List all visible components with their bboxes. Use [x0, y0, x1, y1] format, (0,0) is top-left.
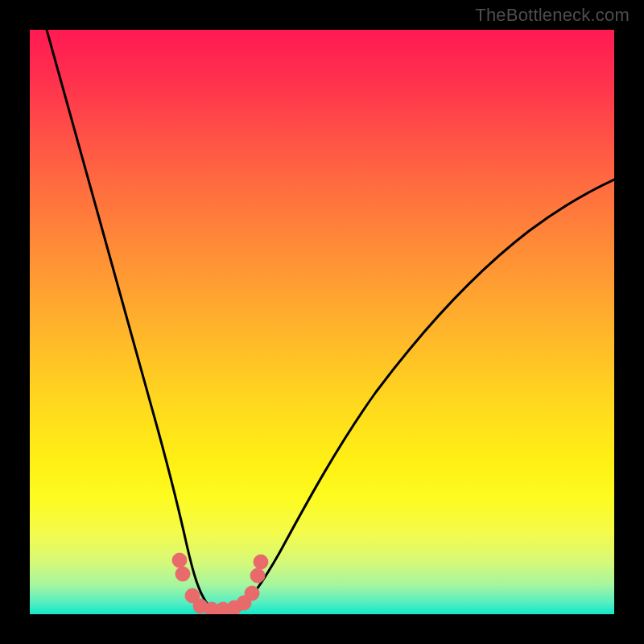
- bottleneck-curve: [30, 30, 614, 614]
- plot-area: [30, 30, 614, 614]
- svg-point-0: [172, 553, 187, 568]
- svg-point-10: [254, 555, 268, 569]
- svg-point-9: [250, 568, 265, 583]
- chart-frame: TheBottleneck.com: [0, 0, 644, 644]
- curve-path: [47, 30, 614, 613]
- svg-point-1: [175, 567, 190, 581]
- valley-markers: [172, 553, 268, 614]
- svg-point-8: [245, 586, 259, 601]
- attribution-label: TheBottleneck.com: [475, 5, 630, 26]
